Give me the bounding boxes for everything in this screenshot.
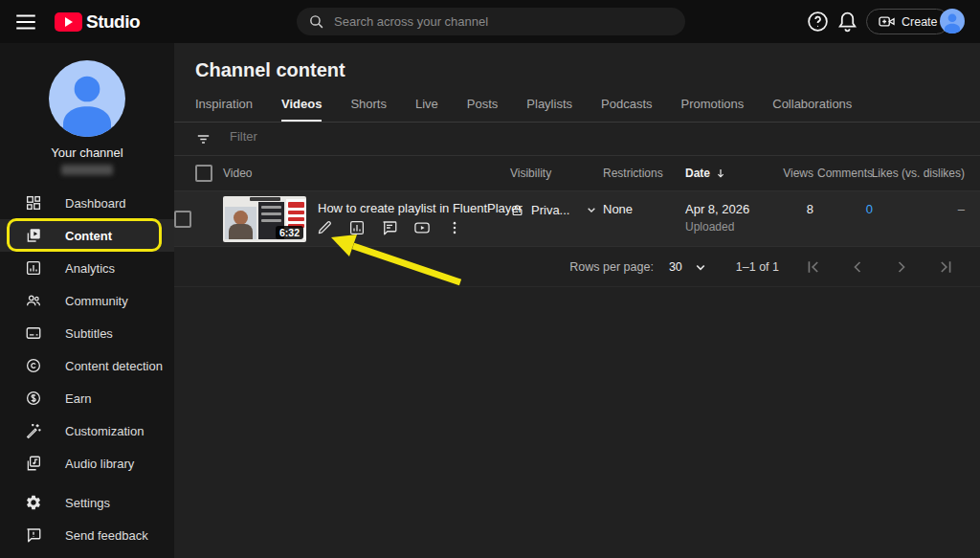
sidebar-item-content-detection[interactable]: Content detection bbox=[0, 349, 174, 382]
column-header-date[interactable]: Date bbox=[685, 167, 727, 180]
tab-shorts[interactable]: Shorts bbox=[350, 97, 387, 123]
prev-page-icon bbox=[848, 257, 867, 277]
avatar-icon bbox=[49, 60, 125, 137]
tab-inspiration[interactable]: Inspiration bbox=[195, 97, 253, 123]
feedback-icon bbox=[25, 526, 42, 544]
pagination-range: 1–1 of 1 bbox=[736, 260, 779, 274]
edit-details-button[interactable] bbox=[316, 219, 333, 236]
sidebar-item-label: Content detection bbox=[65, 359, 163, 373]
filter-input[interactable] bbox=[230, 129, 517, 144]
channel-avatar[interactable] bbox=[49, 60, 125, 137]
column-header-restrictions: Restrictions bbox=[603, 156, 663, 190]
sidebar-item-settings[interactable]: Settings bbox=[0, 486, 174, 519]
sort-down-icon bbox=[714, 167, 727, 180]
tab-videos[interactable]: Videos bbox=[281, 97, 322, 123]
first-page-button[interactable] bbox=[804, 257, 823, 277]
wand-icon bbox=[25, 422, 42, 439]
row-checkbox[interactable] bbox=[174, 211, 191, 228]
tab-playlists[interactable]: Playlists bbox=[526, 97, 572, 123]
sidebar-item-label: Send feedback bbox=[65, 528, 148, 543]
tab-posts[interactable]: Posts bbox=[467, 97, 499, 123]
column-header-likes: Likes (vs. dislikes) bbox=[844, 156, 965, 190]
likes-value: – bbox=[844, 202, 965, 216]
hamburger-menu-button[interactable] bbox=[13, 10, 38, 34]
sidebar-item-send-feedback[interactable]: Send feedback bbox=[0, 519, 174, 551]
column-header-visibility: Visibility bbox=[510, 156, 551, 190]
rows-per-page-value[interactable]: 30 bbox=[669, 260, 682, 274]
row-analytics-button[interactable] bbox=[348, 219, 366, 236]
column-header-video: Video bbox=[223, 156, 252, 190]
topbar: Studio Create bbox=[0, 0, 980, 43]
product-name: Studio bbox=[86, 11, 140, 33]
sidebar-item-label: Dashboard bbox=[65, 196, 126, 211]
sidebar-item-audio-library[interactable]: Audio library bbox=[0, 447, 174, 480]
sidebar-menu-bottom: Settings Send feedback bbox=[0, 486, 174, 551]
date-sub-label: Uploaded bbox=[685, 220, 749, 234]
notifications-button[interactable] bbox=[835, 10, 859, 33]
youtube-studio-logo[interactable]: Studio bbox=[55, 11, 140, 33]
page-title: Channel content bbox=[195, 59, 345, 81]
sidebar-item-label: Community bbox=[65, 294, 128, 308]
community-icon bbox=[25, 292, 42, 309]
sidebar-item-label: Audio library bbox=[65, 457, 134, 471]
help-icon bbox=[806, 10, 830, 33]
content-icon bbox=[25, 227, 42, 244]
create-button[interactable]: Create bbox=[866, 9, 949, 34]
tab-live[interactable]: Live bbox=[415, 97, 438, 123]
next-page-button[interactable] bbox=[892, 257, 911, 277]
search-bar[interactable] bbox=[297, 8, 685, 35]
hamburger-icon bbox=[13, 10, 38, 34]
bell-icon bbox=[835, 10, 859, 33]
sidebar-item-dashboard[interactable]: Dashboard bbox=[0, 187, 174, 219]
visibility-dropdown[interactable]: Priva... bbox=[510, 202, 599, 217]
more-options-button[interactable] bbox=[446, 219, 463, 236]
video-title[interactable]: How to create playlist in FluentPlayer bbox=[318, 201, 523, 215]
gear-icon bbox=[25, 494, 42, 511]
edit-pencil-icon bbox=[316, 219, 333, 236]
sidebar-item-label: Subtitles bbox=[65, 326, 113, 341]
channel-label: Your channel bbox=[0, 145, 174, 160]
sidebar-item-label: Customization bbox=[65, 424, 144, 438]
content-tabs: Inspiration Videos Shorts Live Posts Pla… bbox=[195, 97, 852, 123]
row-comments-button[interactable] bbox=[381, 219, 398, 236]
avatar-icon bbox=[940, 9, 965, 33]
tab-podcasts[interactable]: Podcasts bbox=[601, 97, 652, 123]
watch-on-youtube-button[interactable] bbox=[413, 219, 431, 236]
dollar-icon bbox=[25, 390, 42, 407]
select-all-checkbox[interactable] bbox=[195, 165, 212, 182]
last-page-button[interactable] bbox=[936, 257, 955, 277]
lock-icon bbox=[510, 203, 524, 217]
account-avatar[interactable] bbox=[940, 9, 965, 33]
table-header: Video Visibility Restrictions Date Views… bbox=[174, 156, 980, 191]
analytics-icon bbox=[25, 259, 42, 277]
video-thumbnail[interactable]: 6:32 bbox=[223, 196, 306, 242]
tab-promotions[interactable]: Promotions bbox=[681, 97, 745, 123]
column-header-views: Views bbox=[739, 156, 813, 190]
row-action-icons bbox=[316, 219, 463, 236]
search-input[interactable] bbox=[334, 14, 674, 29]
create-button-label: Create bbox=[902, 15, 938, 29]
comments-icon bbox=[381, 219, 398, 236]
sidebar-item-subtitles[interactable]: Subtitles bbox=[0, 317, 174, 349]
visibility-value: Priva... bbox=[531, 203, 569, 217]
sidebar-item-label: Settings bbox=[65, 496, 110, 510]
first-page-icon bbox=[804, 257, 823, 277]
rows-per-page-dropdown[interactable] bbox=[692, 258, 709, 276]
duration-badge: 6:32 bbox=[276, 226, 303, 239]
sidebar-item-label: Analytics bbox=[65, 261, 115, 276]
help-button[interactable] bbox=[806, 10, 830, 33]
subtitles-icon bbox=[25, 324, 42, 342]
filter-icon bbox=[195, 131, 212, 147]
sidebar-item-community[interactable]: Community bbox=[0, 284, 174, 317]
sidebar-item-content[interactable]: Content bbox=[0, 219, 174, 252]
sidebar-item-customization[interactable]: Customization bbox=[0, 414, 174, 447]
filter-button[interactable] bbox=[195, 131, 212, 147]
sidebar-item-analytics[interactable]: Analytics bbox=[0, 252, 174, 284]
tab-collaborations[interactable]: Collaborations bbox=[772, 97, 852, 123]
music-note-icon bbox=[25, 455, 42, 472]
restrictions-value: None bbox=[603, 202, 633, 216]
sidebar-item-label: Content bbox=[65, 229, 112, 243]
prev-page-button[interactable] bbox=[848, 257, 867, 277]
sidebar-item-earn[interactable]: Earn bbox=[0, 382, 174, 414]
dashboard-icon bbox=[25, 194, 42, 212]
